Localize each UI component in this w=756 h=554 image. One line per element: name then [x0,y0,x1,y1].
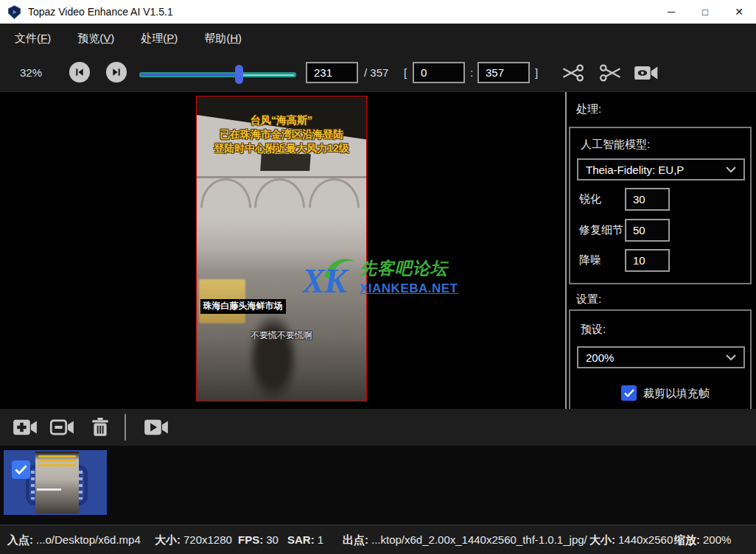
skip-start-button[interactable] [69,62,90,83]
svg-text:X: X [302,262,326,298]
model-dropdown[interactable]: Theia-Fidelity: EU,P [577,158,745,180]
range-bracket-close: ] [535,66,538,79]
crop-checkbox[interactable] [621,385,637,401]
status-bar: 入点:...o/Desktop/x6d.mp4 大小:720x1280 FPS:… [0,525,756,554]
range-end-input[interactable] [477,62,530,83]
checkmark-icon [624,389,634,397]
model-label: 人工智能模型: [581,138,650,152]
sharpen-label: 锐化 [579,192,601,206]
main-area: 台风“海高斯” 已在珠海市金湾区沿海登陆 登陆时中心附近最大风力12级 珠海白藤… [0,92,756,409]
checkmark-icon [15,465,27,474]
thumbnail-checkbox[interactable] [12,460,30,479]
camera-minus-icon [49,417,74,438]
status-in-size: 大小:720x1280 [155,533,232,547]
menu-file[interactable]: 文件(F) [10,29,55,49]
camera-eye-icon [634,63,659,83]
skip-end-icon [111,66,122,78]
trash-icon [88,417,113,438]
watermark-url: XIANKEBA.NET [360,281,458,296]
scissors-cut-left-icon [560,63,585,83]
range-start-input[interactable] [413,62,465,83]
status-scale: 缩放:200% [674,533,731,547]
video-location-label: 珠海白藤头海鲜市场 [200,299,286,314]
settings-section-title: 设置: [576,292,601,306]
preset-label: 预设: [581,323,606,337]
camera-plus-icon [13,417,38,438]
skip-start-icon [74,66,85,78]
chevron-down-icon [726,354,736,361]
scissors-cut-right-icon [598,63,623,83]
video-dark-blob [249,315,296,401]
preview-button[interactable] [631,61,662,85]
thumbnail-strip [0,446,756,525]
status-sar: SAR:1 [287,533,323,546]
title-bar: Topaz Video Enhance AI V1.5.1 ─ □ ✕ [0,0,756,24]
sharpen-input[interactable] [625,188,670,211]
close-button[interactable]: ✕ [722,0,756,24]
settings-panel: 处理: 人工智能模型: Theia-Fidelity: EU,P 锐化 修复细节… [567,92,756,409]
slider-progress [141,74,239,76]
video-dark-shape [261,154,311,171]
video-thumbnail-tile[interactable] [4,450,107,515]
menu-bar: 文件(F) 预览(V) 处理(P) 帮助(H) [0,24,756,53]
watermark-text: 先客吧论坛 XIANKEBA.NET [360,257,458,296]
minimize-button[interactable]: ─ [654,0,688,24]
preset-dropdown[interactable]: 200% [577,346,745,368]
trim-end-button[interactable] [595,61,626,85]
video-bridge-silhouette [197,171,366,211]
zoom-level: 32% [20,66,42,79]
denoise-input[interactable] [625,249,670,272]
crop-checkbox-label: 裁剪以填充帧 [643,387,710,401]
trim-start-button[interactable] [557,61,588,85]
window-title: Topaz Video Enhance AI V1.5.1 [28,6,173,18]
chevron-down-icon [726,166,736,173]
range-bracket-open: [ [404,66,407,79]
delete-button[interactable] [85,416,115,439]
camera-play-icon [144,417,169,438]
restore-detail-input[interactable] [625,219,670,242]
bottom-toolbar [0,409,756,446]
current-frame-input[interactable] [306,62,358,83]
window-controls: ─ □ ✕ [654,0,756,24]
video-headline-text: 台风“海高斯” 已在珠海市金湾区沿海登陆 登陆时中心附近最大风力12级 [197,113,366,155]
process-video-button[interactable] [141,416,171,439]
app-logo-icon [7,5,21,19]
status-fps: FPS:30 [238,533,279,546]
range-separator: : [470,66,473,79]
frame-total-label: / 357 [364,66,388,79]
xk-logo-icon: X K [302,254,357,298]
timeline-slider[interactable] [139,67,296,82]
menu-preview[interactable]: 预览(V) [73,29,119,49]
slider-handle[interactable] [235,65,243,84]
status-out-size: 大小:1440x2560 [589,533,673,547]
video-subtitle: 不要慌不要慌啊 [197,329,366,342]
process-section-title: 处理: [576,102,601,116]
svg-text:K: K [323,262,349,298]
restore-detail-label: 修复细节 [579,223,623,237]
watermark: X K 先客吧论坛 XIANKEBA.NET [302,253,461,300]
video-preview[interactable]: 台风“海高斯” 已在珠海市金湾区沿海登陆 登陆时中心附近最大风力12级 珠海白藤… [196,96,367,402]
status-out-point: 出点:...ktop/x6d_2.00x_1440x2560_thf-1.0.1… [343,533,587,547]
thumbnail-image [35,452,79,513]
menu-help[interactable]: 帮助(H) [200,29,246,49]
toolbar: 32% / 357 [ : ] [0,53,756,92]
add-video-button[interactable] [10,416,40,439]
menu-process[interactable]: 处理(P) [136,29,182,49]
status-in-point: 入点:...o/Desktop/x6d.mp4 [7,533,141,547]
preview-area: 台风“海高斯” 已在珠海市金湾区沿海登陆 登陆时中心附近最大风力12级 珠海白藤… [0,92,565,409]
app-window: Topaz Video Enhance AI V1.5.1 ─ □ ✕ 文件(F… [0,0,756,554]
remove-video-button[interactable] [47,416,77,439]
denoise-label: 降噪 [579,253,601,267]
maximize-button[interactable]: □ [688,0,722,24]
slider-remainder [242,74,294,76]
skip-end-button[interactable] [106,62,127,83]
toolbar-separator [125,414,126,441]
model-value: Theia-Fidelity: EU,P [586,164,726,176]
watermark-name: 先客吧论坛 [360,257,458,280]
preset-value: 200% [586,351,726,364]
